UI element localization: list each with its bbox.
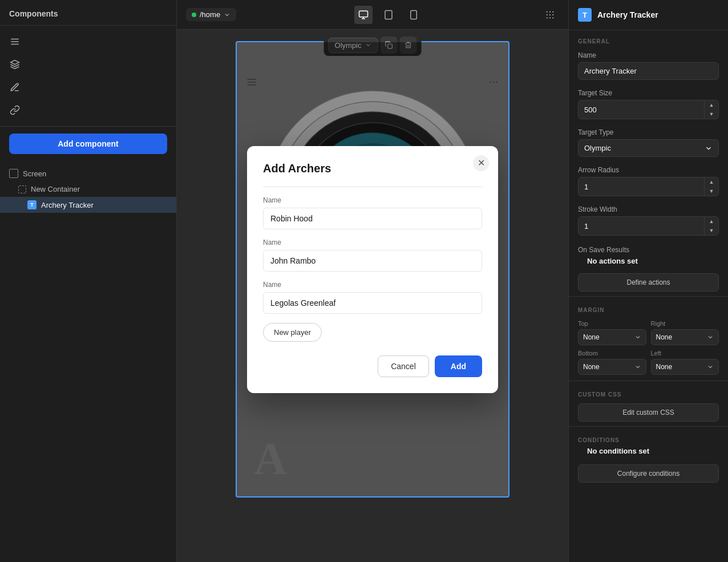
archer-field-3: Name	[263, 281, 482, 314]
margin-bottom-select[interactable]: None	[578, 359, 646, 375]
stroke-width-spinner: ▲ ▼	[704, 217, 718, 235]
name-field-row: Name	[569, 48, 728, 86]
margin-right-chevron	[707, 334, 714, 341]
modal-title: Add Archers	[263, 162, 482, 175]
tablet-icon[interactable]	[379, 6, 398, 24]
name-input-wrapper	[578, 62, 719, 80]
general-section-label: GENERAL	[569, 30, 728, 48]
top-bar-devices	[354, 6, 423, 24]
custom-css-section-label: CUSTOM CSS	[569, 383, 728, 401]
divider-css	[569, 381, 728, 381]
target-size-spinner: ▲ ▼	[704, 100, 718, 119]
main-area: /home Olympic	[177, 0, 568, 562]
stroke-width-decrement[interactable]: ▼	[705, 226, 718, 235]
target-size-input[interactable]	[579, 102, 704, 118]
archer-name-input-1[interactable]	[263, 208, 482, 229]
modal-footer: Cancel Add	[263, 355, 482, 377]
margin-top-item: Top None	[578, 320, 646, 345]
margin-bottom-item: Bottom None	[578, 350, 646, 375]
margin-grid: Top None Right None Bottom None Left Non…	[569, 317, 728, 378]
arrow-radius-input[interactable]	[579, 179, 704, 195]
margin-left-chevron	[707, 363, 714, 370]
add-button[interactable]: Add	[435, 355, 482, 377]
arrow-radius-field-row: Arrow Radius ▲ ▼	[569, 163, 728, 202]
left-sidebar: Components Add component Screen New Cont…	[0, 0, 177, 562]
archer-field-2: Name	[263, 238, 482, 272]
modal-close-button[interactable]: ✕	[473, 155, 489, 171]
edit-custom-css-button[interactable]: Edit custom CSS	[578, 403, 719, 422]
stroke-width-input-wrapper: ▲ ▼	[578, 216, 719, 236]
canvas-area: Olympic T Archery Tracker	[177, 30, 568, 562]
top-bar: /home	[177, 0, 568, 30]
divider-conditions	[569, 426, 728, 427]
margin-left-select[interactable]: None	[651, 359, 719, 375]
container-icon	[18, 185, 26, 193]
green-status-dot	[192, 13, 196, 17]
t-icon-right: T	[578, 8, 592, 22]
layers-icon[interactable]	[5, 54, 25, 75]
svg-point-18	[549, 17, 551, 18]
svg-point-19	[552, 17, 553, 18]
modal-divider	[263, 187, 482, 187]
archer-name-input-3[interactable]	[263, 292, 482, 314]
margin-top-select[interactable]: None	[578, 329, 646, 345]
target-size-field-row: Target Size ▲ ▼	[569, 86, 728, 125]
svg-point-16	[552, 14, 553, 15]
conditions-section-label: CONDITIONS	[569, 429, 728, 447]
arrow-radius-spinner: ▲ ▼	[704, 177, 718, 196]
target-size-increment[interactable]: ▲	[705, 100, 718, 110]
modal-overlay: ✕ Add Archers Name Name Name	[237, 42, 508, 496]
target-type-chevron	[705, 144, 713, 152]
archer-field-1: Name	[263, 196, 482, 229]
no-actions-text: No actions set	[578, 257, 719, 269]
define-actions-button[interactable]: Define actions	[578, 273, 719, 292]
right-sidebar: T Archery Tracker GENERAL Name Target Si…	[568, 0, 728, 562]
svg-rect-4	[359, 11, 368, 17]
conditions-status: No conditions set	[569, 447, 728, 462]
stroke-width-field-row: Stroke Width ▲ ▼	[569, 202, 728, 241]
arrow-radius-input-wrapper: ▲ ▼	[578, 177, 719, 196]
svg-point-15	[549, 14, 551, 15]
new-player-button[interactable]: New player	[263, 323, 322, 342]
margin-right-select[interactable]: None	[651, 329, 719, 345]
grid-dots-icon[interactable]	[541, 6, 559, 24]
list-icon[interactable]	[5, 31, 25, 52]
name-input[interactable]	[579, 63, 718, 79]
add-component-button[interactable]: Add component	[9, 134, 167, 154]
svg-point-14	[547, 14, 548, 15]
desktop-icon[interactable]	[354, 6, 373, 24]
target-size-decrement[interactable]: ▼	[705, 110, 718, 119]
target-type-select[interactable]: Olympic	[578, 139, 719, 157]
margin-section-label: MARGIN	[569, 299, 728, 317]
right-sidebar-title: Archery Tracker	[597, 10, 658, 19]
home-path-badge[interactable]: /home	[186, 8, 236, 21]
margin-bottom-chevron	[634, 363, 641, 370]
configure-conditions-button[interactable]: Configure conditions	[578, 464, 719, 483]
margin-top-chevron	[634, 334, 641, 341]
canvas-frame: T Archery Tracker	[236, 41, 509, 498]
link-icon[interactable]	[5, 100, 25, 120]
tree-item-new-container[interactable]: New Container	[0, 181, 176, 197]
stroke-width-increment[interactable]: ▲	[705, 217, 718, 226]
tree-item-screen[interactable]: Screen	[0, 165, 176, 181]
components-title: Components	[0, 0, 176, 26]
arrow-radius-decrement[interactable]: ▼	[705, 187, 718, 196]
mobile-icon[interactable]	[405, 6, 423, 24]
new-player-label: New player	[274, 328, 311, 337]
archer-name-input-2[interactable]	[263, 250, 482, 272]
tree-item-archery-tracker[interactable]: T Archery Tracker	[0, 197, 176, 213]
svg-point-11	[547, 11, 548, 12]
top-bar-right	[541, 6, 559, 24]
stroke-width-input[interactable]	[579, 218, 704, 234]
component-tree: Screen New Container T Archery Tracker	[0, 161, 176, 217]
target-type-field-row: Target Type Olympic	[569, 125, 728, 163]
screen-icon	[9, 169, 18, 178]
arrow-radius-increment[interactable]: ▲	[705, 177, 718, 187]
margin-right-item: Right None	[651, 320, 719, 345]
t-icon-small: T	[27, 200, 37, 209]
chevron-down-icon	[224, 11, 230, 18]
margin-left-item: Left None	[651, 350, 719, 375]
cancel-button[interactable]: Cancel	[378, 355, 429, 377]
pen-icon[interactable]	[5, 77, 25, 98]
target-size-input-wrapper: ▲ ▼	[578, 100, 719, 119]
